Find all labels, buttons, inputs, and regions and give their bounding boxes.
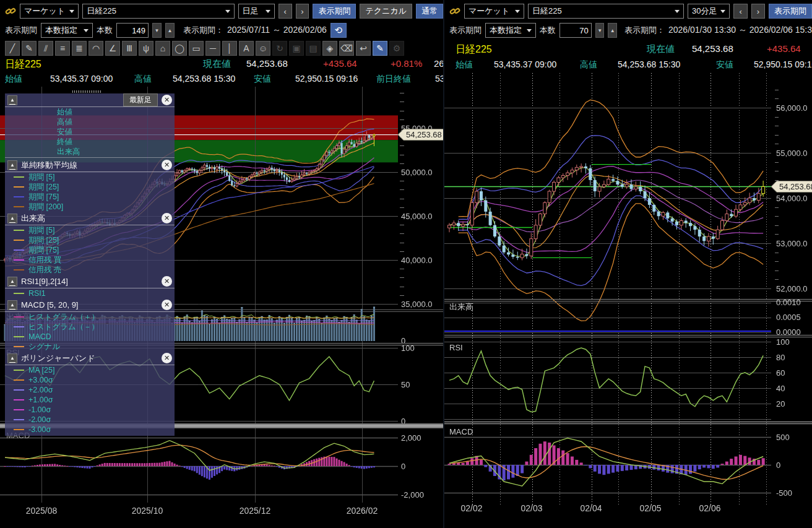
legend-item[interactable]: -1.00σ (5, 405, 175, 415)
icon-stamp-tool[interactable]: ☺ (256, 41, 270, 56)
close-section-icon[interactable]: ✕ (162, 160, 172, 170)
legend-item-label: +1.00σ (28, 396, 53, 404)
count-down-button[interactable]: ▼ (595, 23, 605, 38)
next-period-button[interactable]: › (296, 4, 309, 19)
legend-item[interactable]: 期間 [200] (5, 202, 175, 212)
legend-item[interactable]: 期間 [5] (5, 172, 175, 182)
legend-item[interactable]: 出来高 (5, 147, 175, 157)
fib-extension-tool[interactable]: ≣ (72, 41, 87, 56)
next-period-button[interactable]: › (751, 4, 765, 19)
text-tool[interactable]: A (239, 41, 254, 56)
paste-tool[interactable]: ▤ (306, 41, 321, 56)
close-section-icon[interactable]: ✕ (162, 276, 172, 287)
pentagon-tool[interactable]: ⌂ (155, 41, 170, 56)
market-select[interactable]: マーケット (20, 4, 79, 19)
fib-arc-tool[interactable]: ◠ (89, 41, 103, 56)
pitchfork-tool[interactable]: ψ (139, 41, 153, 56)
legend-drag-handle[interactable] (72, 90, 102, 93)
link-icon[interactable] (5, 6, 16, 17)
collapse-section-button[interactable]: ▲ (7, 214, 17, 223)
undo-hook-tool[interactable]: ↩ (356, 41, 371, 56)
legend-item[interactable]: 期間 [75] (5, 245, 175, 255)
eraser-tool[interactable]: ◈ (322, 41, 337, 56)
close-section-icon[interactable]: ✕ (162, 300, 172, 310)
collapse-section-button[interactable]: ▲ (7, 95, 17, 105)
legend-item[interactable]: 終値 (5, 137, 175, 147)
right-chart-canvas[interactable] (444, 73, 812, 528)
settings-gear-tool[interactable]: ⚙ (389, 41, 404, 56)
prev-period-button[interactable]: ‹ (279, 4, 292, 19)
legend-item[interactable]: -3.00σ (5, 425, 175, 435)
collapse-section-button[interactable]: ▲ (7, 160, 17, 170)
legend-item[interactable]: 期間 [25] (5, 182, 175, 192)
legend-item[interactable]: 始値 (5, 107, 175, 117)
legend-item[interactable]: +2.00σ (5, 385, 175, 395)
count-mode-select[interactable]: 本数指定 (485, 23, 536, 38)
legend-item[interactable]: -2.00σ (5, 415, 175, 425)
right-quote-row2: 始値 53,435.37 09:00 高値 54,253.68 15:30 安値… (444, 59, 812, 72)
bar-count-input[interactable] (116, 23, 149, 38)
technical-button[interactable]: テクニカル (360, 4, 412, 19)
legend-item[interactable]: 高値 (5, 117, 175, 127)
legend-item[interactable]: MA [25] (5, 365, 175, 375)
horizontal-line-tool[interactable]: ─ (205, 41, 220, 56)
market-select[interactable]: マーケット (464, 4, 524, 19)
legend-item-label: 始値 (57, 107, 72, 118)
count-down-button[interactable]: ▼ (152, 23, 162, 38)
drawing-toolbar: ╱✎⫽≡≣◠∠Ⅲψ⌂◯▭─│A☺↻▣▤◈⌫↩✎⚙ (0, 40, 443, 56)
symbol-select[interactable]: 日経225 (528, 4, 684, 19)
legend-item[interactable]: +3.00σ (5, 375, 175, 385)
link-icon[interactable] (449, 6, 460, 17)
close-section-icon[interactable]: ✕ (162, 353, 172, 363)
legend-item-label: 安値 (57, 127, 72, 137)
legend-item[interactable]: 期間 [25] (5, 235, 175, 245)
eraser-text-tool[interactable]: ⌫ (339, 41, 354, 56)
legend-item[interactable]: 信用残 買 (5, 255, 175, 265)
legend-item[interactable]: +1.00σ (5, 395, 175, 405)
bar-count-input[interactable] (559, 23, 592, 38)
pencil-tool[interactable]: ✎ (22, 41, 37, 56)
close-section-icon[interactable]: ✕ (162, 213, 172, 223)
timeframe-select-value: 30分足 (692, 6, 717, 17)
latest-bar-button[interactable]: 最新足 (123, 93, 158, 106)
legend-item-label: 終値 (57, 137, 72, 147)
count-up-button[interactable]: ▲ (165, 23, 175, 38)
legend-item[interactable]: 期間 [5] (5, 225, 175, 235)
reset-period-button[interactable]: ⟲ (330, 23, 347, 38)
legend-item[interactable]: 期間 [75] (5, 192, 175, 202)
legend-item[interactable]: MACD (5, 332, 175, 342)
legend-item[interactable]: ヒストグラム（－） (5, 322, 175, 332)
legend-section-header: ▲RSI1[9],2[14]✕ (5, 275, 175, 288)
collapse-section-button[interactable]: ▲ (7, 300, 17, 310)
rectangle-tool[interactable]: ▭ (189, 41, 204, 56)
parallel-lines-tool[interactable]: ⫽ (38, 41, 53, 56)
ellipse-tool[interactable]: ◯ (172, 41, 187, 56)
collapse-section-button[interactable]: ▲ (7, 353, 17, 363)
copy-tool[interactable]: ▣ (289, 41, 304, 56)
legend-item-label: -2.00σ (28, 415, 51, 424)
symbol-select[interactable]: 日経225 (82, 4, 234, 19)
collapse-section-button[interactable]: ▲ (7, 277, 17, 287)
rotate-tool[interactable]: ↻ (272, 41, 287, 56)
vertical-line-tool[interactable]: │ (222, 41, 237, 56)
trend-line-tool[interactable]: ╱ (5, 41, 20, 56)
timeframe-select[interactable]: 30分足 (688, 4, 730, 19)
dropdown-caret-icon (69, 10, 74, 13)
count-mode-select[interactable]: 本数指定 (41, 23, 93, 38)
display-period-button[interactable]: 表示期間 (313, 4, 356, 19)
timeframe-select[interactable]: 日足 (238, 4, 275, 19)
normal-mode-button[interactable]: 通常 (416, 4, 443, 19)
fib-fan-tool[interactable]: ∠ (105, 41, 120, 56)
prev-period-button[interactable]: ‹ (733, 4, 747, 19)
time-lines-tool[interactable]: Ⅲ (122, 41, 137, 56)
count-up-button[interactable]: ▲ (608, 23, 617, 38)
legend-item[interactable]: 安値 (5, 127, 175, 137)
legend-item[interactable]: RSI1 (5, 288, 175, 298)
legend-item[interactable]: ヒストグラム（＋） (5, 312, 175, 322)
legend-item[interactable]: シグナル (5, 342, 175, 352)
legend-item[interactable]: 信用残 売 (5, 265, 175, 275)
close-section-icon[interactable]: ✕ (162, 95, 172, 105)
display-period-button[interactable]: 表示期間 (769, 4, 812, 19)
lock-pencil-tool[interactable]: ✎ (373, 41, 387, 56)
fib-retracement-tool[interactable]: ≡ (55, 41, 70, 56)
